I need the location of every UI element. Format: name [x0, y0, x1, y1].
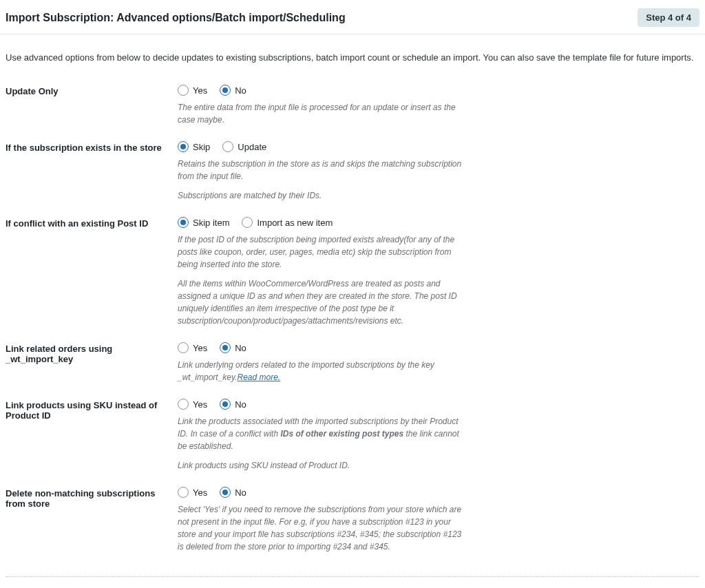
- radio-icon: [178, 141, 189, 152]
- radio-label: Import as new item: [257, 218, 333, 228]
- radio-icon: [242, 217, 253, 228]
- help-prefix: Link underlying orders related to the im…: [178, 360, 434, 382]
- radio-delete-nonmatch-yes[interactable]: Yes: [178, 487, 207, 498]
- radio-icon: [178, 487, 189, 498]
- radio-conflict-import[interactable]: Import as new item: [242, 217, 333, 228]
- page-title: Import Subscription: Advanced options/Ba…: [6, 12, 346, 24]
- step-badge: Step 4 of 4: [638, 8, 699, 27]
- radio-label: Yes: [193, 487, 207, 498]
- radio-group-update-only: Yes No: [178, 85, 467, 96]
- field-label: If the subscription exists in the store: [6, 141, 178, 153]
- read-more-link[interactable]: Read more.: [237, 372, 280, 382]
- intro-text: Use advanced options from below to decid…: [0, 34, 705, 70]
- radio-link-sku-yes[interactable]: Yes: [178, 399, 207, 410]
- radio-label: Update: [238, 142, 266, 152]
- field-if-exists: If the subscription exists in the store …: [6, 126, 699, 202]
- radio-icon: [220, 85, 231, 96]
- field-delete-nonmatch: Delete non-matching subscriptions from s…: [6, 472, 699, 553]
- radio-icon: [178, 217, 189, 228]
- field-label: Link products using SKU instead of Produ…: [6, 399, 178, 421]
- radio-label: Yes: [193, 399, 207, 410]
- radio-label: Skip item: [193, 218, 229, 228]
- radio-update-only-yes[interactable]: Yes: [178, 85, 207, 96]
- radio-group-delete-nonmatch: Yes No: [178, 487, 467, 498]
- help-text: Link products using SKU instead of Produ…: [178, 459, 467, 472]
- help-text: The entire data from the input file is p…: [178, 101, 467, 126]
- help-bold: IDs of other existing post types: [280, 429, 403, 439]
- radio-label: No: [235, 487, 246, 498]
- radio-icon: [178, 342, 189, 353]
- radio-update-only-no[interactable]: No: [220, 85, 246, 96]
- help-text: Link the products associated with the im…: [178, 415, 467, 452]
- field-conflict: If conflict with an existing Post ID Ski…: [6, 202, 699, 327]
- radio-label: No: [235, 85, 246, 96]
- field-label: Link related orders using _wt_import_key: [6, 342, 178, 364]
- radio-conflict-skip[interactable]: Skip item: [178, 217, 229, 228]
- help-text: All the items within WooCommerce/WordPre…: [178, 277, 467, 327]
- radio-group-link-orders: Yes No: [178, 342, 467, 353]
- radio-label: Yes: [193, 343, 207, 353]
- radio-label: No: [235, 399, 246, 410]
- radio-group-link-sku: Yes No: [178, 399, 467, 410]
- radio-if-exists-update[interactable]: Update: [222, 141, 266, 152]
- field-label: Update Only: [6, 85, 178, 96]
- radio-group-conflict: Skip item Import as new item: [178, 217, 467, 228]
- radio-icon: [178, 399, 189, 410]
- field-label: Delete non-matching subscriptions from s…: [6, 487, 178, 509]
- radio-group-if-exists: Skip Update: [178, 141, 467, 152]
- radio-icon: [178, 85, 189, 96]
- field-link-sku: Link products using SKU instead of Produ…: [6, 384, 699, 472]
- radio-label: No: [235, 343, 246, 353]
- radio-icon: [222, 141, 233, 152]
- field-link-orders: Link related orders using _wt_import_key…: [6, 327, 699, 384]
- field-update-only: Update Only Yes No The entire data from …: [6, 70, 699, 126]
- radio-icon: [220, 399, 231, 410]
- radio-icon: [220, 342, 231, 353]
- help-text: Link underlying orders related to the im…: [178, 359, 467, 384]
- help-text: If the post ID of the subscription being…: [178, 233, 467, 271]
- radio-icon: [220, 487, 231, 498]
- accordion-advanced-options[interactable]: Advanced options: [6, 576, 699, 588]
- help-text: Select 'Yes' if you need to remove the s…: [178, 503, 467, 553]
- help-text: Retains the subscription in the store as…: [178, 158, 467, 182]
- page-header: Import Subscription: Advanced options/Ba…: [0, 0, 705, 34]
- radio-label: Yes: [193, 85, 207, 96]
- radio-link-orders-yes[interactable]: Yes: [178, 342, 207, 353]
- radio-delete-nonmatch-no[interactable]: No: [220, 487, 246, 498]
- help-text: Subscriptions are matched by their IDs.: [178, 189, 467, 202]
- field-label: If conflict with an existing Post ID: [6, 217, 178, 229]
- radio-if-exists-skip[interactable]: Skip: [178, 141, 210, 152]
- radio-link-orders-no[interactable]: No: [220, 342, 246, 353]
- radio-link-sku-no[interactable]: No: [220, 399, 246, 410]
- radio-label: Skip: [193, 142, 210, 152]
